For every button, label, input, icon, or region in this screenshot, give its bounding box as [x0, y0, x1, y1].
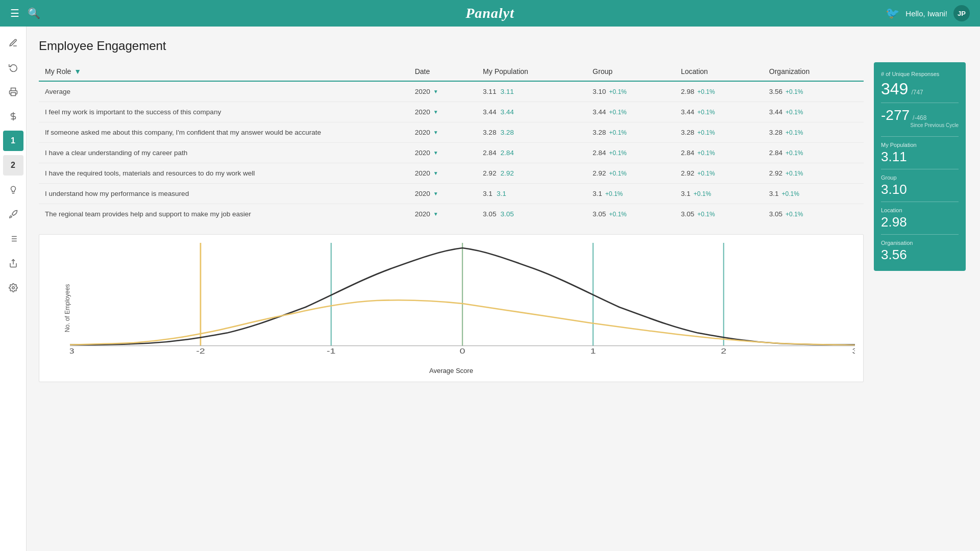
sidebar-item-lightbulb[interactable]: [3, 180, 23, 200]
bird-icon: 🐦: [886, 7, 899, 20]
sidebar-item-list[interactable]: [3, 229, 23, 249]
page-title: Employee Engagement: [39, 39, 966, 53]
cell-date: 2020 ▼: [409, 163, 477, 184]
my-pop-label: My Population: [881, 142, 959, 148]
cell-label: If someone asked me about this company, …: [39, 122, 409, 143]
svg-text:1: 1: [590, 347, 596, 356]
location-label: Location: [881, 207, 959, 213]
topnav: ☰ 🔍 Panalyt 🐦 Hello, Iwani! JP: [0, 0, 980, 27]
my-pop-section: My Population 3.11: [881, 142, 959, 165]
menu-icon[interactable]: ☰: [10, 7, 19, 19]
date-arrow[interactable]: ▼: [433, 109, 438, 115]
search-icon[interactable]: 🔍: [28, 7, 40, 19]
cell-group: 3.1 +0.1%: [586, 184, 675, 204]
table-row: I understand how my performance is measu…: [39, 184, 864, 204]
topnav-left: ☰ 🔍: [10, 7, 40, 19]
main-layout: 1 2 Employee Engagement: [0, 27, 980, 551]
svg-text:-2: -2: [196, 347, 205, 356]
group-val: 3.10: [881, 182, 959, 197]
user-avatar[interactable]: JP: [953, 5, 970, 21]
col-header-mypop: My Population: [477, 62, 586, 81]
greeting-text: Hello, Iwani!: [905, 9, 947, 18]
diff-value: -277: [881, 107, 910, 123]
unique-count: 349: [881, 80, 908, 98]
main-content: Employee Engagement My Role ▼ Dat: [27, 27, 980, 551]
cell-mypop: 3.11 3.11: [477, 81, 586, 102]
unique-responses-label: # of Unique Responses: [881, 70, 959, 78]
my-pop-val: 3.11: [881, 149, 959, 165]
col-header-org: Organization: [763, 62, 864, 81]
cell-location: 3.44 +0.1%: [675, 102, 763, 122]
table-area: My Role ▼ Date My Population Group Locat…: [39, 62, 864, 382]
cell-location: 3.1 +0.1%: [675, 184, 763, 204]
cell-date: 2020 ▼: [409, 81, 477, 102]
svg-text:3: 3: [852, 347, 855, 356]
cell-org: 3.1 +0.1%: [763, 184, 864, 204]
group-label: Group: [881, 174, 959, 181]
content-area: My Role ▼ Date My Population Group Locat…: [39, 62, 966, 382]
app-logo: Panalyt: [465, 5, 514, 21]
cell-org: 3.44 +0.1%: [763, 102, 864, 122]
table-row: If someone asked me about this company, …: [39, 122, 864, 143]
date-arrow[interactable]: ▼: [433, 211, 438, 217]
cell-label: I have a clear understanding of my caree…: [39, 143, 409, 163]
table-row: I have the required tools, materials and…: [39, 163, 864, 184]
cell-label: I have the required tools, materials and…: [39, 163, 409, 184]
cell-mypop: 2.92 2.92: [477, 163, 586, 184]
svg-text:-3: -3: [70, 347, 75, 356]
diff-total: /-468: [913, 114, 926, 121]
engagement-table: My Role ▼ Date My Population Group Locat…: [39, 62, 864, 224]
since-label: Since Previous Cycle: [881, 122, 959, 128]
col-header-role: My Role ▼: [39, 62, 409, 81]
svg-point-9: [12, 287, 14, 289]
cell-group: 3.44 +0.1%: [586, 102, 675, 122]
cell-org: 3.56 +0.1%: [763, 81, 864, 102]
group-section: Group 3.10: [881, 174, 959, 197]
cell-date: 2020 ▼: [409, 143, 477, 163]
cell-mypop: 3.44 3.44: [477, 102, 586, 122]
cell-location: 3.05 +0.1%: [675, 204, 763, 224]
sidebar-item-rocket[interactable]: [3, 204, 23, 224]
table-row: I feel my work is important to the succe…: [39, 102, 864, 122]
date-arrow[interactable]: ▼: [433, 150, 438, 156]
date-arrow[interactable]: ▼: [433, 130, 438, 135]
sidebar-item-refresh[interactable]: [3, 57, 23, 78]
date-arrow[interactable]: ▼: [433, 191, 438, 196]
location-val: 2.98: [881, 214, 959, 230]
chart-x-label: Average Score: [429, 367, 473, 374]
sidebar-item-1[interactable]: 1: [3, 131, 23, 151]
right-panel: # of Unique Responses 349 /747 -277 /-46…: [874, 62, 966, 271]
table-row: The regional team provides help and supp…: [39, 204, 864, 224]
svg-text:-1: -1: [327, 347, 335, 356]
cell-org: 3.28 +0.1%: [763, 122, 864, 143]
cell-label: Average: [39, 81, 409, 102]
cell-date: 2020 ▼: [409, 102, 477, 122]
chart-y-label: No. of Employees: [64, 284, 71, 333]
cell-group: 2.92 +0.1%: [586, 163, 675, 184]
cell-date: 2020 ▼: [409, 204, 477, 224]
sidebar-item-share[interactable]: [3, 253, 23, 273]
col-header-location: Location: [675, 62, 763, 81]
cell-location: 3.28 +0.1%: [675, 122, 763, 143]
cell-org: 2.92 +0.1%: [763, 163, 864, 184]
date-arrow[interactable]: ▼: [433, 89, 438, 94]
cell-mypop: 3.1 3.1: [477, 184, 586, 204]
sidebar-item-print[interactable]: [3, 82, 23, 102]
cell-mypop: 3.05 3.05: [477, 204, 586, 224]
cell-group: 3.28 +0.1%: [586, 122, 675, 143]
sidebar-item-2[interactable]: 2: [3, 155, 23, 176]
date-arrow[interactable]: ▼: [433, 170, 438, 176]
sidebar-item-balance[interactable]: [3, 106, 23, 127]
sidebar-item-gear[interactable]: [3, 278, 23, 298]
topnav-right: 🐦 Hello, Iwani! JP: [886, 5, 970, 21]
col-header-date: Date: [409, 62, 477, 81]
sidebar: 1 2: [0, 27, 27, 551]
cell-org: 3.05 +0.1%: [763, 204, 864, 224]
cell-label: The regional team provides help and supp…: [39, 204, 409, 224]
cell-group: 2.84 +0.1%: [586, 143, 675, 163]
table-row: Average 2020 ▼ 3.11 3.11 3.10 +0.1% 2.98…: [39, 81, 864, 102]
sidebar-item-settings[interactable]: [3, 33, 23, 53]
cell-location: 2.92 +0.1%: [675, 163, 763, 184]
cell-mypop: 3.28 3.28: [477, 122, 586, 143]
role-filter-arrow[interactable]: ▼: [74, 67, 81, 76]
